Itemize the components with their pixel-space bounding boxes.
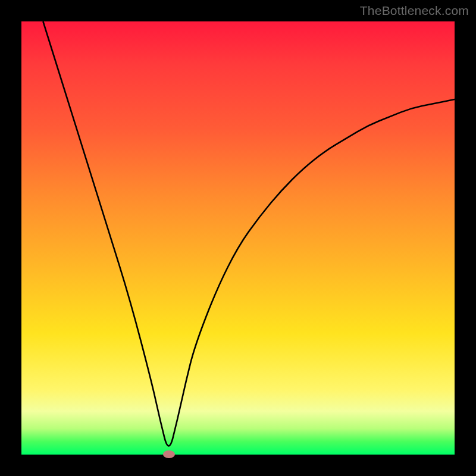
watermark-text: TheBottleneck.com bbox=[360, 4, 469, 18]
minimum-marker bbox=[163, 450, 175, 458]
chart-frame: TheBottleneck.com bbox=[0, 0, 476, 476]
plot-area bbox=[21, 21, 455, 455]
bottleneck-curve bbox=[21, 21, 455, 455]
